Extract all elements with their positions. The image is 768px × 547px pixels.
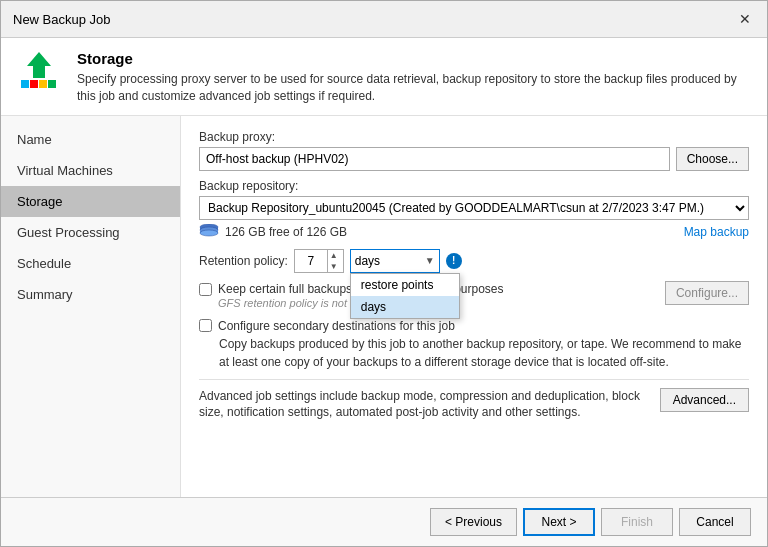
backup-proxy-label: Backup proxy: <box>199 130 749 144</box>
dialog-title: New Backup Job <box>13 12 111 27</box>
header-description: Specify processing proxy server to be us… <box>77 71 751 105</box>
secondary-dest-row: Configure secondary destinations for thi… <box>199 319 749 333</box>
storage-info-row: 126 GB free of 126 GB Map backup <box>199 224 749 241</box>
map-backup-link[interactable]: Map backup <box>684 225 749 239</box>
svg-point-9 <box>200 230 218 236</box>
title-bar: New Backup Job ✕ <box>1 1 767 38</box>
spinner-down[interactable]: ▼ <box>328 261 340 272</box>
header-text: Storage Specify processing proxy server … <box>77 50 751 105</box>
main-content: Backup proxy: Choose... Backup repositor… <box>181 116 767 497</box>
storage-free-text: 126 GB free of 126 GB <box>225 225 347 239</box>
svg-marker-0 <box>27 52 51 78</box>
spinner-arrows: ▲ ▼ <box>327 250 340 272</box>
retention-value-input[interactable] <box>295 250 327 272</box>
dialog-window: New Backup Job ✕ <box>0 0 768 547</box>
info-icon[interactable]: ! <box>446 253 462 269</box>
finish-button[interactable]: Finish <box>601 508 673 536</box>
backup-proxy-row: Choose... <box>199 147 749 171</box>
dropdown-item-days[interactable]: days <box>351 296 459 318</box>
keep-backups-checkbox[interactable] <box>199 283 212 296</box>
retention-row: Retention policy: ▲ ▼ days ▼ <box>199 249 749 273</box>
disk-stack-icon <box>199 224 219 241</box>
secondary-dest-section: Configure secondary destinations for thi… <box>199 319 749 371</box>
svg-rect-1 <box>21 80 29 88</box>
days-select-trigger[interactable]: days ▼ <box>350 249 440 273</box>
advanced-description: Advanced job settings include backup mod… <box>199 388 650 422</box>
days-dropdown-arrow-icon: ▼ <box>425 255 435 266</box>
storage-icon <box>17 50 65 98</box>
retention-policy-label: Retention policy: <box>199 254 288 268</box>
sidebar-item-schedule[interactable]: Schedule <box>1 248 180 279</box>
sidebar-item-virtual-machines[interactable]: Virtual Machines <box>1 155 180 186</box>
sidebar-item-storage[interactable]: Storage <box>1 186 180 217</box>
previous-button[interactable]: < Previous <box>430 508 517 536</box>
secondary-dest-label: Configure secondary destinations for thi… <box>218 319 455 333</box>
header-title: Storage <box>77 50 751 67</box>
spinner-up[interactable]: ▲ <box>328 250 340 261</box>
sidebar: Name Virtual Machines Storage Guest Proc… <box>1 116 181 497</box>
retention-spinner[interactable]: ▲ ▼ <box>294 249 344 273</box>
backup-repository-label: Backup repository: <box>199 179 749 193</box>
cancel-button[interactable]: Cancel <box>679 508 751 536</box>
close-button[interactable]: ✕ <box>735 9 755 29</box>
svg-rect-3 <box>39 80 47 88</box>
storage-info: 126 GB free of 126 GB <box>199 224 347 241</box>
secondary-dest-description: Copy backups produced by this job to ano… <box>219 335 749 371</box>
dropdown-item-restore-points[interactable]: restore points <box>351 274 459 296</box>
advanced-button[interactable]: Advanced... <box>660 388 749 412</box>
header-section: Storage Specify processing proxy server … <box>1 38 767 116</box>
next-button[interactable]: Next > <box>523 508 595 536</box>
sidebar-item-guest-processing[interactable]: Guest Processing <box>1 217 180 248</box>
advanced-section: Advanced job settings include backup mod… <box>199 379 749 422</box>
sidebar-item-name[interactable]: Name <box>1 124 180 155</box>
days-select-value: days <box>355 254 380 268</box>
proxy-choose-button[interactable]: Choose... <box>676 147 749 171</box>
svg-rect-2 <box>30 80 38 88</box>
sidebar-item-summary[interactable]: Summary <box>1 279 180 310</box>
footer: < Previous Next > Finish Cancel <box>1 497 767 546</box>
keep-backups-row: Keep certain full backups longer for arc… <box>199 281 749 309</box>
backup-proxy-input[interactable] <box>199 147 670 171</box>
days-dropdown: restore points days <box>350 273 460 319</box>
configure-button[interactable]: Configure... <box>665 281 749 305</box>
retention-unit-wrapper: days ▼ restore points days <box>350 249 440 273</box>
backup-repository-select[interactable]: Backup Repository_ubuntu20045 (Created b… <box>199 196 749 220</box>
svg-rect-4 <box>48 80 56 88</box>
secondary-dest-checkbox[interactable] <box>199 319 212 332</box>
